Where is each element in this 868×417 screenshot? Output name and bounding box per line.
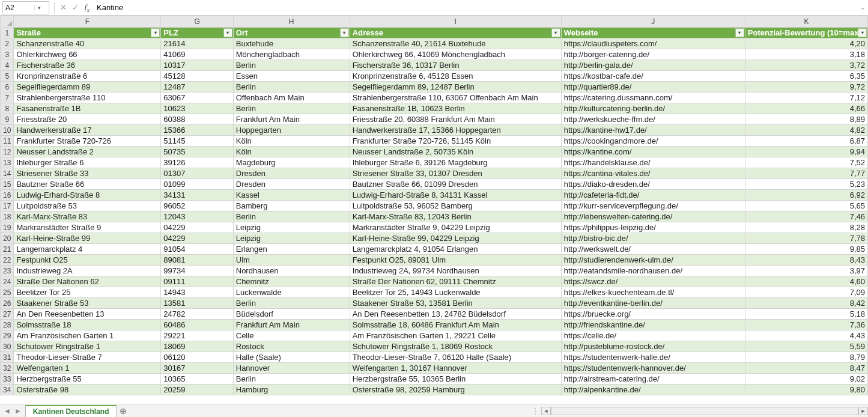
cell[interactable]: Neusser Landstraße 2 [14, 147, 161, 157]
cell[interactable]: http://werkskueche-ffm.de/ [561, 114, 745, 125]
cell[interactable]: 3,72 [745, 60, 867, 71]
cell[interactable]: Frankfurter Straße 720-726 [14, 136, 161, 147]
cell[interactable]: 7,12 [745, 93, 867, 103]
cell[interactable]: https://kantine.com/ [561, 147, 745, 157]
row-header[interactable]: 1 [1, 28, 14, 38]
cell[interactable]: 3,97 [745, 266, 867, 276]
cell[interactable]: Bautzner Straße 66 [14, 179, 161, 190]
cell[interactable]: Herzbergstraße 55 [14, 374, 161, 385]
select-all-corner[interactable] [1, 16, 14, 28]
cell[interactable]: https://kantine-hw17.de/ [561, 125, 745, 136]
cell[interactable]: 7,09 [745, 287, 867, 298]
cell[interactable]: 5,65 [745, 201, 867, 212]
cell[interactable]: Mönchengladbach [233, 49, 350, 60]
cell[interactable]: Ihleburger Straße 6 [14, 157, 161, 168]
cell[interactable]: https://swcz.de/ [561, 276, 745, 287]
cell[interactable]: 51145 [161, 136, 233, 147]
cell[interactable]: Welfengarten 1, 30167 Hannover [350, 363, 561, 374]
cell[interactable]: Luckenwalde [233, 287, 350, 298]
cell[interactable]: 91054 [161, 244, 233, 255]
cell[interactable]: Kassel [233, 190, 350, 201]
cell[interactable]: Essen [233, 71, 350, 82]
formula-input[interactable] [93, 1, 857, 14]
table-header-webseite[interactable]: Webseite [561, 28, 745, 38]
cell[interactable]: 4,66 [745, 103, 867, 114]
row-header[interactable]: 21 [1, 244, 14, 255]
cell[interactable]: Striesener Straße 33 [14, 168, 161, 179]
filter-icon[interactable] [551, 28, 560, 37]
cell[interactable]: Staakener Straße 53 [14, 298, 161, 309]
cell[interactable]: Schutower Ringstraße 1, 18069 Rostock [350, 341, 561, 352]
col-header-K[interactable]: K [745, 16, 867, 28]
cell[interactable]: 20259 [161, 385, 233, 395]
cell[interactable]: 24782 [161, 309, 233, 320]
row-header[interactable]: 10 [1, 125, 14, 136]
cell[interactable]: Bamberg [233, 201, 350, 212]
row-header[interactable]: 2 [1, 38, 14, 49]
row-header[interactable]: 5 [1, 71, 14, 82]
filter-icon[interactable] [340, 28, 349, 37]
cell[interactable]: 8,89 [745, 114, 867, 125]
row-header[interactable]: 16 [1, 190, 14, 201]
cell[interactable]: Beelitzer Tor 25, 14943 Luckenwalde [350, 287, 561, 298]
name-box-dropdown-icon[interactable]: ▾ [34, 5, 44, 11]
cell[interactable]: Theodor-Lieser-Straße 7, 06120 Halle (Sa… [350, 352, 561, 363]
cell[interactable]: 4,82 [745, 125, 867, 136]
fx-icon[interactable]: fx [81, 2, 93, 13]
cell[interactable]: Striesener Straße 33, 01307 Dresden [350, 168, 561, 179]
cell[interactable]: 15366 [161, 125, 233, 136]
row-header[interactable]: 12 [1, 147, 14, 157]
cell[interactable]: Köln [233, 147, 350, 157]
cell[interactable]: Berlin [233, 82, 350, 93]
cell[interactable]: Luitpoldstraße 53 [14, 201, 161, 212]
cell[interactable]: 45128 [161, 71, 233, 82]
cell[interactable]: 39126 [161, 157, 233, 168]
cell[interactable]: Strahlenbergerstraße 110, 63067 Offenbac… [350, 93, 561, 103]
row-header[interactable]: 15 [1, 179, 14, 190]
cell[interactable]: Herzbergstraße 55, 10365 Berlin [350, 374, 561, 385]
sheet-nav-next-icon[interactable]: ► [14, 407, 22, 415]
cell[interactable]: Berlin [233, 103, 350, 114]
row-header[interactable]: 29 [1, 330, 14, 341]
name-box-input[interactable] [3, 4, 34, 12]
cell[interactable]: 04229 [161, 222, 233, 233]
cell[interactable]: 9,85 [745, 244, 867, 255]
cell[interactable]: 21614 [161, 38, 233, 49]
cell[interactable]: Bautzner Straße 66, 01099 Dresden [350, 179, 561, 190]
cell[interactable]: https://studentenwerk-hannover.de/ [561, 363, 745, 374]
cell[interactable]: 14943 [161, 287, 233, 298]
cell[interactable]: 96052 [161, 201, 233, 212]
row-header[interactable]: 9 [1, 114, 14, 125]
cell[interactable]: Handwerkerstraße 17 [14, 125, 161, 136]
scroll-right-icon[interactable]: ► [858, 407, 868, 415]
cell[interactable]: Handwerkerstraße 17, 15366 Hoppegarten [350, 125, 561, 136]
cell[interactable]: 3,18 [745, 49, 867, 60]
row-header[interactable]: 8 [1, 103, 14, 114]
cell[interactable]: 50735 [161, 147, 233, 157]
row-header[interactable]: 6 [1, 82, 14, 93]
col-header-F[interactable]: F [14, 16, 161, 28]
cell[interactable]: 12487 [161, 82, 233, 93]
filter-icon[interactable] [151, 28, 160, 37]
row-header[interactable]: 28 [1, 320, 14, 330]
cell[interactable]: https://bruecke.org/ [561, 309, 745, 320]
cell[interactable]: Büdelsdorf [233, 309, 350, 320]
cell[interactable]: Berlin [233, 60, 350, 71]
cell[interactable]: http://studierendenwerk-ulm.de/ [561, 255, 745, 266]
cell[interactable]: Strahlenbergerstraße 110 [14, 93, 161, 103]
cell[interactable]: 12043 [161, 212, 233, 222]
cell[interactable]: 9,72 [745, 82, 867, 93]
cell[interactable]: Erlangen [233, 244, 350, 255]
cell[interactable]: 4,43 [745, 330, 867, 341]
cell[interactable]: Leipzig [233, 233, 350, 244]
cell[interactable]: https://celle.de/ [561, 330, 745, 341]
cell[interactable]: http://pusteblume-rostock.de/ [561, 341, 745, 352]
row-header[interactable]: 22 [1, 255, 14, 266]
cell[interactable]: 29221 [161, 330, 233, 341]
cell[interactable]: Ulm [233, 255, 350, 266]
cell[interactable]: Hannover [233, 363, 350, 374]
cell[interactable]: Dresden [233, 179, 350, 190]
table-header-strasse[interactable]: Straße [14, 28, 161, 38]
cell[interactable]: Frankfurt Am Main [233, 114, 350, 125]
row-header[interactable]: 25 [1, 287, 14, 298]
